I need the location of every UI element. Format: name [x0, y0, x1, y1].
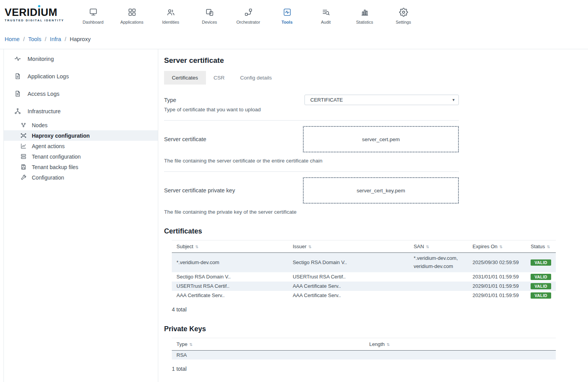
brand-logo[interactable]: VERIDIUM TRUSTED DIGITAL IDENTITY [5, 7, 74, 22]
column-header-issuer[interactable]: Issuer⇅ [288, 240, 409, 253]
nav-item-label: Identities [162, 20, 179, 24]
sidebar-item-application-logs[interactable]: Application Logs [4, 67, 158, 85]
divider [164, 171, 459, 172]
cell-expires-on: 2029/01/01 01:59:59 [468, 291, 526, 300]
column-header-label: SAN [413, 244, 424, 249]
configuration-icon [20, 174, 27, 181]
breadcrumb-item-infra[interactable]: Infra [50, 36, 61, 42]
sort-icon: ⇅ [195, 245, 198, 249]
column-header-status[interactable]: Status⇅ [526, 240, 556, 253]
private-keys-table-header: Type⇅Length⇅ [172, 338, 556, 350]
certificate-row: *.veridium-dev.comSectigo RSA Domain V..… [172, 253, 556, 272]
column-header-label: Issuer [293, 244, 306, 249]
breadcrumb-separator: / [45, 36, 47, 42]
sort-icon: ⇅ [308, 245, 311, 249]
sidebar-item-label: Application Logs [28, 73, 69, 80]
orchestrator-icon [244, 8, 253, 17]
certificate-type-select[interactable]: CERTIFICATE ▾ [304, 95, 459, 105]
cell-length [365, 350, 556, 360]
dashboard-icon [89, 8, 98, 17]
nav-item-settings[interactable]: Settings [384, 5, 423, 24]
sidebar-item-agent-actions[interactable]: Agent actions [4, 141, 158, 151]
cell-issuer: AAA Certificate Serv.. [288, 291, 409, 300]
cell-san [409, 291, 468, 300]
nav-item-identities[interactable]: Identities [151, 5, 190, 24]
sidebar-item-tenant-configuration[interactable]: Tenant configuration [4, 151, 158, 162]
sidebar-item-label: Infrastructure [28, 108, 61, 114]
certificates-table-body: *.veridium-dev.comSectigo RSA Domain V..… [172, 253, 556, 300]
sidebar-item-label: Nodes [32, 122, 47, 128]
breadcrumb-item-home[interactable]: Home [5, 36, 20, 42]
column-header-san[interactable]: SAN⇅ [409, 240, 468, 253]
server-certificate-dropzone[interactable]: server_cert.pem [303, 126, 459, 152]
column-header-length[interactable]: Length⇅ [365, 338, 556, 350]
nav-item-audit[interactable]: Audit [306, 5, 345, 24]
sidebar-item-haproxy-configuration[interactable]: Haproxy configuration [4, 130, 158, 141]
nav-item-label: Audit [321, 20, 330, 24]
private-key-row: Server certificate private key server_ce… [164, 177, 459, 204]
cell-status: VALID [526, 282, 556, 291]
server-certificate-label: Server certificate [164, 136, 206, 142]
nav-item-label: Applications [120, 20, 143, 24]
private-key-dropzone[interactable]: server_cert_key.pem [303, 177, 459, 204]
column-header-subject[interactable]: Subject⇅ [172, 240, 288, 253]
cell-expires-on: 2031/01/01 01:59:59 [468, 272, 526, 282]
sidebar-item-monitoring[interactable]: Monitoring [4, 50, 158, 67]
cell-subject: USERTrust RSA Certif.. [172, 282, 288, 291]
chevron-down-icon: ▾ [452, 97, 455, 102]
sidebar-item-access-logs[interactable]: Access Logs [4, 85, 158, 102]
tab-csr[interactable]: CSR [206, 71, 233, 85]
server-certificate-help: The file containing the server certifica… [164, 158, 459, 164]
column-header-expires-on[interactable]: Expires On⇅ [468, 240, 526, 253]
nav-item-statistics[interactable]: Statistics [345, 5, 384, 24]
top-nav: VERIDIUM TRUSTED DIGITAL IDENTITY Dashbo… [0, 0, 588, 29]
cell-expires-on: 2029/01/01 01:59:59 [468, 282, 526, 291]
sidebar-item-configuration[interactable]: Configuration [4, 172, 158, 183]
sidebar-item-label: Access Logs [28, 91, 59, 97]
column-header-label: Length [369, 341, 385, 347]
statistics-icon [360, 8, 369, 17]
cell-san [409, 282, 468, 291]
cell-status: VALID [526, 291, 556, 300]
nav-item-applications[interactable]: Applications [112, 5, 151, 24]
nav-item-label: Dashboard [83, 20, 104, 24]
cell-status: VALID [526, 272, 556, 282]
cell-expires-on: 2025/09/30 02:59:59 [468, 253, 526, 272]
cell-issuer: Sectigo RSA Domain V.. [288, 253, 409, 272]
nav-item-devices[interactable]: Devices [190, 5, 229, 24]
tab-config-details[interactable]: Config details [232, 71, 280, 85]
tab-certificates[interactable]: Certificates [164, 71, 206, 85]
cell-san [409, 272, 468, 282]
infrastructure-icon [14, 107, 21, 115]
nav-item-orchestrator[interactable]: Orchestrator [229, 5, 268, 24]
private-key-row: RSA [172, 350, 556, 360]
audit-icon [322, 8, 330, 17]
content-layout: MonitoringApplication LogsAccess LogsInf… [0, 49, 588, 382]
cell-subject: *.veridium-dev.com [172, 253, 288, 272]
column-header-type[interactable]: Type⇅ [172, 338, 365, 350]
sidebar-item-infrastructure[interactable]: Infrastructure [4, 102, 158, 120]
cell-issuer: AAA Certificate Serv.. [288, 282, 409, 291]
status-badge: VALID [531, 283, 551, 289]
primary-nav: DashboardApplicationsIdentitiesDevicesOr… [74, 5, 423, 24]
brand-name: VERIDIUM [5, 7, 74, 18]
private-key-label: Server certificate private key [164, 187, 235, 194]
nav-item-dashboard[interactable]: Dashboard [74, 5, 112, 24]
tenant-backup-icon [20, 164, 27, 170]
monitoring-icon [14, 55, 21, 62]
tenant-configuration-icon [20, 153, 27, 160]
certificate-row: Sectigo RSA Domain V..USERTrust RSA Cert… [172, 272, 556, 282]
cell-type: RSA [172, 350, 365, 360]
sidebar-item-tenant-backup-files[interactable]: Tenant backup files [4, 162, 158, 172]
private-keys-table: Type⇅Length⇅ RSA [172, 338, 556, 360]
agent-actions-icon [20, 143, 27, 149]
private-keys-section-title: Private Keys [164, 325, 588, 333]
breadcrumb-item-tools[interactable]: Tools [28, 36, 42, 42]
sidebar-item-nodes[interactable]: Nodes [4, 120, 158, 130]
private-key-help: The file containing the private key of t… [164, 209, 459, 215]
sort-icon: ⇅ [547, 245, 550, 249]
nav-item-tools[interactable]: Tools [268, 5, 306, 24]
settings-icon [399, 8, 408, 17]
breadcrumb-separator: / [65, 36, 66, 42]
access-logs-icon [14, 90, 21, 97]
